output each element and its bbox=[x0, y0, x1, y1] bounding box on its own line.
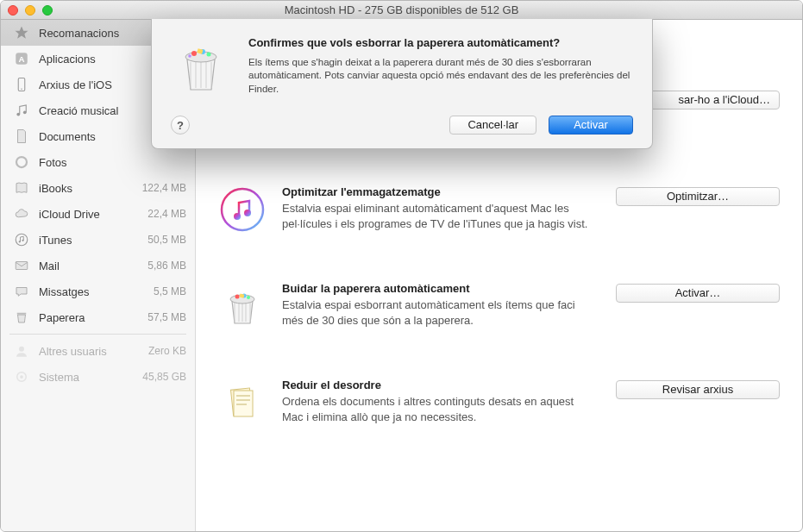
sidebar-item-mail[interactable]: Mail 5,86 MB bbox=[1, 253, 195, 279]
user-icon bbox=[13, 342, 30, 360]
sidebar-item-missatges[interactable]: Missatges 5,5 MB bbox=[1, 279, 195, 304]
dialog-title: Confirmes que vols esborrar la paperera … bbox=[248, 36, 633, 51]
itunes-icon bbox=[13, 231, 30, 248]
sidebar-item-size: 5,86 MB bbox=[147, 260, 186, 272]
sidebar-item-label: Mail bbox=[39, 260, 147, 272]
sidebar-item-label: iCloud Drive bbox=[39, 208, 147, 221]
sidebar-item-size: 45,85 GB bbox=[142, 371, 186, 383]
optimize-button[interactable]: Optimitzar… bbox=[616, 187, 780, 206]
gear-icon bbox=[13, 368, 30, 385]
confirm-activate-button[interactable]: Activar bbox=[549, 116, 633, 135]
svg-point-7 bbox=[16, 157, 27, 167]
svg-point-4 bbox=[21, 89, 22, 91]
sidebar-item-size: 57,5 MB bbox=[147, 311, 186, 323]
minimize-window-button[interactable] bbox=[25, 5, 35, 16]
cloud-icon bbox=[13, 205, 30, 222]
svg-point-22 bbox=[247, 296, 250, 299]
svg-point-5 bbox=[16, 113, 20, 116]
trash-icon bbox=[13, 309, 30, 326]
sidebar-item-fotos[interactable]: Fotos bbox=[1, 149, 195, 175]
titlebar: Macintosh HD - 275 GB disponibles de 512… bbox=[1, 1, 802, 20]
app-icon: A bbox=[13, 50, 30, 67]
mail-icon bbox=[13, 257, 30, 274]
recommendation-desc: Estalvia espai eliminant automàticament … bbox=[282, 201, 590, 231]
review-files-button[interactable]: Revisar arxius bbox=[616, 380, 780, 399]
svg-rect-25 bbox=[234, 391, 253, 416]
book-icon bbox=[13, 179, 30, 197]
sidebar-item-size: 5,5 MB bbox=[154, 285, 186, 297]
sidebar-item-sistema[interactable]: Sistema 45,85 GB bbox=[1, 364, 195, 390]
sidebar-item-ibooks[interactable]: iBooks 122,4 MB bbox=[1, 175, 195, 201]
svg-rect-12 bbox=[17, 313, 27, 315]
recommendation-desc: Estalvia espai esborrant automàticament … bbox=[282, 297, 590, 328]
close-window-button[interactable] bbox=[8, 5, 18, 16]
svg-point-8 bbox=[16, 234, 28, 246]
sidebar-separator bbox=[9, 334, 186, 335]
star-icon bbox=[13, 24, 30, 41]
photos-icon bbox=[13, 153, 30, 171]
zoom-window-button[interactable] bbox=[42, 5, 53, 16]
music-note-icon bbox=[13, 102, 30, 119]
svg-point-6 bbox=[23, 110, 27, 114]
sidebar-item-paperera[interactable]: Paperera 57,5 MB bbox=[1, 304, 195, 330]
svg-rect-11 bbox=[16, 262, 28, 270]
phone-icon bbox=[13, 76, 30, 93]
recommendation-title: Optimitzar l'emmagatzematge bbox=[282, 185, 590, 198]
recommendation-row-trash: Buidar la paperera automàticament Estalv… bbox=[218, 258, 780, 354]
svg-point-15 bbox=[20, 375, 23, 379]
trash-full-icon bbox=[171, 36, 231, 97]
cancel-button[interactable]: Cancel·lar bbox=[449, 116, 536, 135]
doc-icon bbox=[13, 128, 30, 145]
sidebar-item-size: 122,4 MB bbox=[142, 182, 186, 194]
help-button[interactable]: ? bbox=[171, 116, 190, 135]
window-controls bbox=[8, 5, 53, 16]
recommendation-row-optimize: Optimitzar l'emmagatzematge Estalvia esp… bbox=[218, 161, 780, 258]
sidebar-item-label: iBooks bbox=[39, 182, 142, 195]
confirm-dialog: Confirmes que vols esborrar la paperera … bbox=[151, 19, 653, 149]
activate-trash-button[interactable]: Activar… bbox=[616, 284, 780, 303]
sidebar-item-altres-usuaris[interactable]: Altres usuaris Zero KB bbox=[1, 338, 195, 364]
svg-marker-0 bbox=[16, 27, 28, 39]
sidebar-item-itunes[interactable]: iTunes 50,5 MB bbox=[1, 227, 195, 253]
itunes-color-icon bbox=[218, 185, 267, 234]
trash-full-icon bbox=[218, 282, 267, 330]
sidebar-item-label: Sistema bbox=[39, 371, 142, 384]
storage-management-window: Macintosh HD - 275 GB disponibles de 512… bbox=[0, 0, 803, 532]
window-title: Macintosh HD - 275 GB disponibles de 512… bbox=[1, 3, 802, 16]
svg-point-31 bbox=[188, 54, 191, 58]
messages-icon bbox=[13, 283, 30, 300]
documents-stack-icon bbox=[218, 379, 267, 427]
svg-point-13 bbox=[19, 347, 24, 352]
svg-point-18 bbox=[244, 210, 251, 216]
sidebar-item-size: Zero KB bbox=[148, 345, 186, 357]
sidebar-item-size: 22,4 MB bbox=[147, 208, 186, 220]
sidebar-item-label: Altres usuaris bbox=[39, 345, 148, 358]
svg-point-29 bbox=[207, 53, 211, 57]
sidebar-item-icloud-drive[interactable]: iCloud Drive 22,4 MB bbox=[1, 201, 195, 227]
sidebar-item-label: Paperera bbox=[39, 311, 147, 324]
recommendation-title: Buidar la paperera automàticament bbox=[282, 282, 590, 295]
svg-point-16 bbox=[222, 189, 263, 230]
svg-text:A: A bbox=[18, 54, 24, 64]
sidebar-item-label: iTunes bbox=[39, 234, 147, 247]
recommendation-desc: Ordena els documents i altres continguts… bbox=[282, 394, 590, 424]
recommendation-title: Reduir el desordre bbox=[282, 379, 590, 391]
dialog-description: Els ítems que s'hagin deixat a la papere… bbox=[248, 56, 633, 97]
svg-point-27 bbox=[191, 51, 197, 56]
svg-point-9 bbox=[19, 241, 21, 242]
sidebar-item-size: 50,5 MB bbox=[147, 234, 186, 246]
svg-point-17 bbox=[234, 213, 241, 220]
sidebar-item-label: Fotos bbox=[39, 156, 186, 169]
svg-point-20 bbox=[235, 295, 240, 299]
svg-point-10 bbox=[22, 240, 23, 241]
sidebar-item-label: Missatges bbox=[39, 285, 154, 298]
recommendation-row-clutter: Reduir el desordre Ordena els documents … bbox=[218, 354, 780, 451]
